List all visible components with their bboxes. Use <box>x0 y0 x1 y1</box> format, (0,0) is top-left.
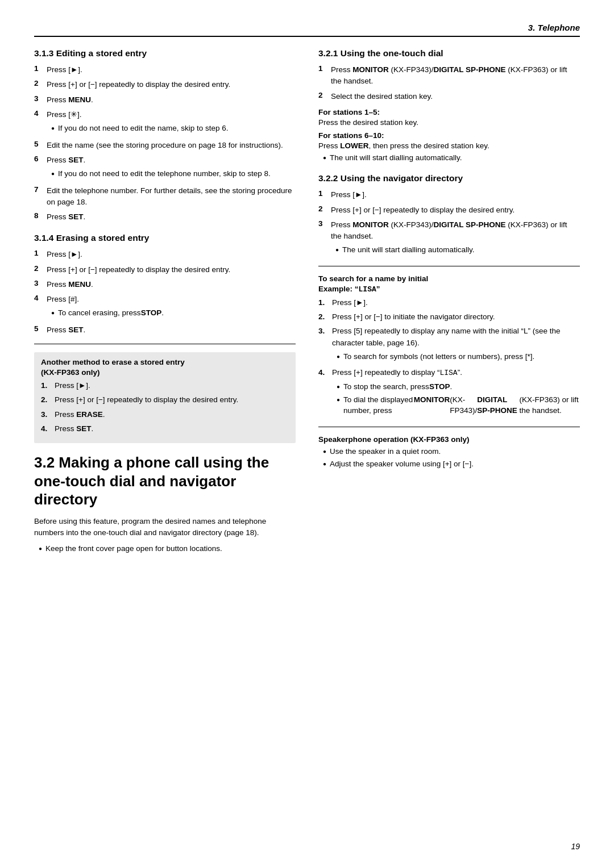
step-text: Press MENU. <box>47 94 296 106</box>
bullet-item: The unit will start dialling automatical… <box>335 244 580 256</box>
step-6: 6 Press SET. If you do not need to edit … <box>34 155 296 182</box>
step-3: 3 Press MENU. <box>34 94 296 106</box>
step-text: Press [+] or [−] repeatedly to display t… <box>47 79 296 90</box>
search-heading1: To search for a name by initial <box>318 274 580 283</box>
right-column: 3.2.1 Using the one-touch dial 1 Press M… <box>318 48 580 557</box>
step-bullets: The unit will start dialling automatical… <box>335 244 580 256</box>
step-num: 1. <box>41 380 52 391</box>
step-text: Press SET. <box>47 324 296 336</box>
step-num: 3 <box>34 94 44 103</box>
section-313-steps: 1 Press [►]. 2 Press [+] or [−] repeated… <box>34 64 296 223</box>
step-num: 2 <box>318 91 329 99</box>
step-text: Press [+] or [−] to initiate the navigat… <box>332 311 495 323</box>
page: 3. Telephone 3.1.3 Editing a stored entr… <box>0 0 614 868</box>
step-text: Edit the telephone number. For further d… <box>47 185 296 208</box>
bullet-item: If you do not need to edit the telephone… <box>51 168 296 180</box>
step-text: Press [+] or [−] repeatedly to display t… <box>55 394 238 406</box>
step-2: 2 Select the desired station key. <box>318 91 580 102</box>
section-313-heading: 3.1.3 Editing a stored entry <box>34 48 296 59</box>
step-4: 4 Press [✳]. If you do not need to edit … <box>34 109 296 136</box>
section-314-steps: 1 Press [►]. 2 Press [+] or [−] repeated… <box>34 249 296 336</box>
step-text: Press [✳]. If you do not need to edit th… <box>47 109 296 136</box>
section-313: 3.1.3 Editing a stored entry 1 Press [►]… <box>34 48 296 223</box>
step-num: 3 <box>318 219 329 228</box>
section-322-steps: 1 Press [►]. 2 Press [+] or [−] repeated… <box>318 189 580 258</box>
step-num: 2 <box>34 264 44 273</box>
search-step-3: 3. Press [5] repeatedly to display any n… <box>318 326 580 364</box>
step-text: Press SET. <box>47 211 296 223</box>
step-num: 4 <box>34 294 44 302</box>
alt-step-2: 2. Press [+] or [−] repeatedly to displa… <box>41 394 289 406</box>
step-num: 5 <box>34 324 44 333</box>
section-321-heading: 3.2.1 Using the one-touch dial <box>318 48 580 59</box>
step-text: Press [#]. To cancel erasing, press STOP… <box>47 294 296 321</box>
step-bullets: To stop the search, press STOP. To dial … <box>337 381 580 416</box>
step-num: 1 <box>318 64 329 73</box>
step-text: Press MONITOR (KX-FP343)/DIGITAL SP-PHON… <box>331 219 580 258</box>
step-2: 2 Press [+] or [−] repeatedly to display… <box>34 79 296 90</box>
step-3: 3 Press MENU. <box>34 279 296 290</box>
section-314-heading: 3.1.4 Erasing a stored entry <box>34 233 296 243</box>
alt-method-steps: 1. Press [►]. 2. Press [+] or [−] repeat… <box>41 380 289 435</box>
bullet-item: To dial the displayed number, press MONI… <box>337 394 580 416</box>
alt-method-box: Another method to erase a stored entry (… <box>34 352 296 443</box>
speakerphone-heading: Speakerphone operation (KX-FP363 only) <box>318 435 580 444</box>
step-num: 3. <box>318 326 330 364</box>
search-steps: 1. Press [►]. 2. Press [+] or [−] to ini… <box>318 297 580 419</box>
section-314: 3.1.4 Erasing a stored entry 1 Press [►]… <box>34 233 296 443</box>
speakerphone-bullets: Use the speaker in a quiet room. Adjust … <box>323 446 580 470</box>
step-num: 2 <box>34 79 44 87</box>
step-text: Press [+] or [−] repeatedly to display t… <box>47 264 296 276</box>
for-stations-1-5: For stations 1–5: Press the desired stat… <box>318 108 580 164</box>
step-3: 3 Press MONITOR (KX-FP343)/DIGITAL SP-PH… <box>318 219 580 258</box>
step-num: 1. <box>318 297 330 308</box>
alt-step-1: 1. Press [►]. <box>41 380 289 391</box>
step-num: 4. <box>318 367 330 418</box>
search-by-initial: To search for a name by initial Example:… <box>318 274 580 419</box>
step-text: Select the desired station key. <box>331 91 580 102</box>
alt-step-3: 3. Press ERASE. <box>41 409 289 420</box>
section-32-bullets: Keep the front cover page open for butto… <box>39 543 296 554</box>
section-321-steps: 1 Press MONITOR (KX-FP343)/DIGITAL SP-PH… <box>318 64 580 102</box>
bullet-item: To stop the search, press STOP. <box>337 381 580 393</box>
step-num: 2 <box>318 205 329 213</box>
step-bullets: To search for symbols (not letters or nu… <box>337 351 580 362</box>
search-example: Example: “LISA” <box>318 285 580 294</box>
step-bullets: If you do not need to edit the telephone… <box>51 168 296 180</box>
search-step-2: 2. Press [+] or [−] to initiate the navi… <box>318 311 580 323</box>
step-num: 5 <box>34 140 44 148</box>
step-num: 2. <box>41 394 52 406</box>
step-7: 7 Edit the telephone number. For further… <box>34 185 296 208</box>
step-num: 7 <box>34 185 44 194</box>
alt-method-heading1: Another method to erase a stored entry <box>41 358 289 366</box>
stations-6-10-heading: For stations 6–10: <box>318 131 580 140</box>
search-step-1: 1. Press [►]. <box>318 297 580 308</box>
step-num: 1 <box>34 249 44 257</box>
bullet-item: Keep the front cover page open for butto… <box>39 543 296 554</box>
bullet-item: Use the speaker in a quiet room. <box>323 446 580 457</box>
step-5: 5 Press SET. <box>34 324 296 336</box>
step-bullets: If you do not need to edit the name, ski… <box>51 123 296 134</box>
step-text: Press [►]. <box>332 297 368 308</box>
two-column-layout: 3.1.3 Editing a stored entry 1 Press [►]… <box>34 48 580 557</box>
step-num: 4. <box>41 423 52 435</box>
section-32-heading: 3.2 Making a phone call using the one-to… <box>34 453 296 509</box>
bullet-item: The unit will start dialling automatical… <box>323 152 580 164</box>
step-5: 5 Edit the name (see the storing procedu… <box>34 140 296 151</box>
stations-bullets: The unit will start dialling automatical… <box>323 152 580 164</box>
step-text: Press [+] or [−] repeatedly to display t… <box>331 205 580 216</box>
alt-method-heading2: (KX-FP363 only) <box>41 368 289 377</box>
speakerphone-section: Speakerphone operation (KX-FP363 only) U… <box>318 435 580 470</box>
bullet-item: To search for symbols (not letters or nu… <box>337 351 580 362</box>
step-text: Press [+] repeatedly to display “LISA”. … <box>332 367 580 418</box>
step-1: 1 Press [►]. <box>318 189 580 201</box>
step-4: 4 Press [#]. To cancel erasing, press ST… <box>34 294 296 321</box>
step-text: Press SET. If you do not need to edit th… <box>47 155 296 182</box>
step-text: Press [►]. <box>55 380 90 391</box>
step-text: Press [►]. <box>331 189 580 201</box>
bullet-item: To cancel erasing, press STOP. <box>51 307 296 319</box>
step-text: Press MONITOR (KX-FP343)/DIGITAL SP-PHON… <box>331 64 580 87</box>
left-column: 3.1.3 Editing a stored entry 1 Press [►]… <box>34 48 296 557</box>
search-step-4: 4. Press [+] repeatedly to display “LISA… <box>318 367 580 418</box>
step-num: 1 <box>34 64 44 73</box>
